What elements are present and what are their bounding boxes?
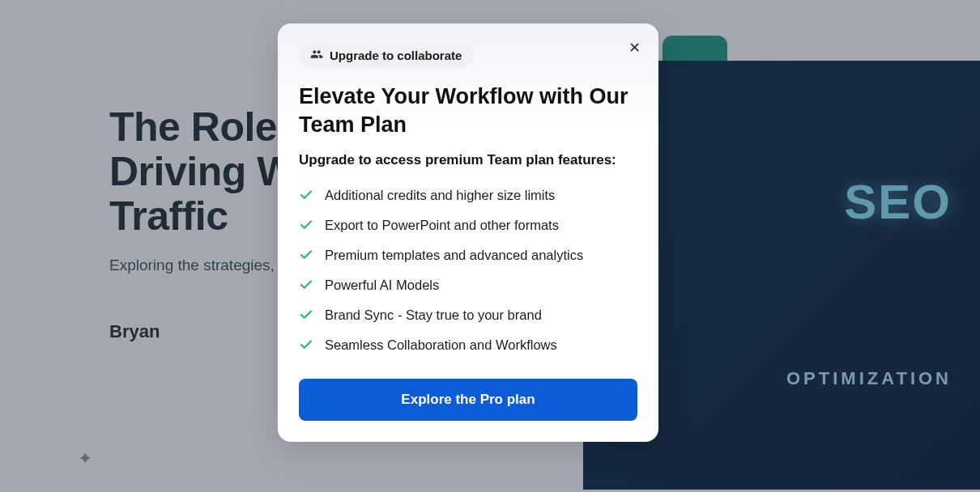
modal-title: Elevate Your Workflow with Our Team Plan [299,83,637,139]
people-icon [310,48,323,63]
feature-text: Powerful AI Models [325,278,439,293]
list-item: Premium templates and advanced analytics [299,248,637,263]
list-item: Powerful AI Models [299,278,637,293]
close-button[interactable]: ✕ [624,38,644,57]
close-icon: ✕ [628,39,641,57]
list-item: Additional credits and higher size limit… [299,188,637,203]
modal-subtitle: Upgrade to access premium Team plan feat… [299,151,637,170]
list-item: Brand Sync - Stay true to your brand [299,308,637,323]
feature-list: Additional credits and higher size limit… [299,188,637,353]
feature-text: Additional credits and higher size limit… [325,188,555,203]
feature-text: Brand Sync - Stay true to your brand [325,308,542,323]
feature-text: Premium templates and advanced analytics [325,248,583,263]
feature-text: Seamless Collaboration and Workflows [325,337,557,353]
upgrade-badge: Upgrade to collaborate [299,43,473,68]
check-icon [299,337,313,352]
check-icon [299,188,313,202]
list-item: Seamless Collaboration and Workflows [299,337,637,353]
feature-text: Export to PowerPoint and other formats [325,218,559,233]
list-item: Export to PowerPoint and other formats [299,218,637,233]
badge-text: Upgrade to collaborate [330,49,462,62]
check-icon [299,278,313,292]
check-icon [299,308,313,322]
check-icon [299,248,313,262]
check-icon [299,218,313,232]
upgrade-modal: ✕ Upgrade to collaborate Elevate Your Wo… [278,23,658,442]
explore-pro-button[interactable]: Explore the Pro plan [299,379,637,421]
